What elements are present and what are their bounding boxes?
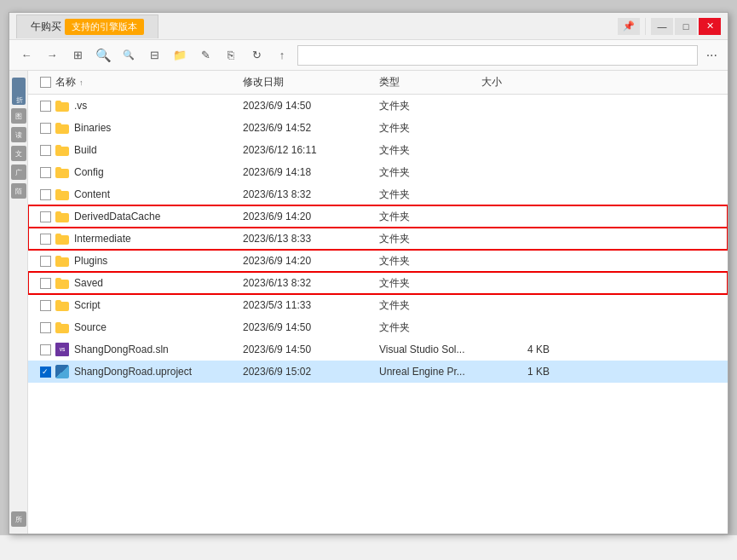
row-checkbox[interactable]	[40, 300, 51, 311]
row-checkbox[interactable]	[40, 278, 51, 289]
row-name-cell: ShangDongRoad.sln	[55, 343, 243, 356]
forward-button[interactable]: →	[42, 45, 62, 66]
row-name-cell: Script	[55, 299, 243, 311]
row-type-cell: 文件夹	[379, 121, 481, 136]
row-checkbox-cell	[35, 256, 55, 267]
sidebar-icon-g[interactable]: 图	[11, 108, 26, 124]
row-checkbox[interactable]	[40, 344, 51, 355]
sidebar-icon-mo[interactable]: 陌	[11, 183, 26, 199]
sidebar-icon-guang[interactable]: 广	[11, 165, 26, 180]
folder-icon	[55, 167, 69, 178]
close-button[interactable]: ✕	[699, 18, 721, 35]
row-date-cell: 2023/6/9 14:50	[243, 344, 379, 355]
row-checkbox[interactable]	[40, 256, 51, 267]
header-checkbox[interactable]	[40, 77, 51, 88]
row-type-cell: 文件夹	[379, 165, 481, 180]
header-name[interactable]: 名称 ↑	[55, 75, 243, 89]
table-row[interactable]: .vs2023/6/9 14:50文件夹	[28, 95, 728, 117]
minimize-button[interactable]: —	[651, 18, 673, 35]
table-row[interactable]: ✓ShangDongRoad.uproject2023/6/9 15:02Unr…	[28, 361, 728, 383]
tab-active[interactable]: 午购买 支持的引擎版本	[16, 14, 158, 38]
row-type-cell: 文件夹	[379, 276, 481, 291]
row-checkbox[interactable]: ✓	[40, 367, 51, 378]
table-row[interactable]: Script2023/5/3 11:33文件夹	[28, 294, 728, 316]
sidebar-icon-read[interactable]: 读	[11, 127, 26, 142]
grid-button[interactable]: ⊞	[67, 45, 88, 66]
row-checkbox[interactable]	[40, 101, 51, 112]
table-row[interactable]: Build2023/6/12 16:11文件夹	[28, 139, 728, 161]
row-checkbox-cell	[35, 101, 55, 112]
table-row[interactable]: Intermediate2023/6/13 8:33文件夹	[28, 228, 728, 250]
row-type-cell: 文件夹	[379, 210, 481, 224]
row-name-cell: Intermediate	[55, 233, 243, 245]
row-checkbox[interactable]	[40, 167, 51, 178]
sidebar-icon-fold[interactable]: 折	[12, 78, 26, 105]
row-name-cell: Plugins	[55, 255, 243, 267]
folder-icon	[55, 123, 69, 134]
folder-icon	[55, 189, 69, 200]
row-checkbox[interactable]	[40, 211, 51, 222]
row-checkbox-cell	[35, 234, 55, 245]
address-bar: ← → ⊞ 🔍 🔍 ⊟ 📁 ✎ ⎘ ↻ ↑ ···	[9, 40, 728, 71]
table-row[interactable]: Config2023/6/9 14:18文件夹	[28, 161, 728, 183]
table-row[interactable]: Content2023/6/13 8:32文件夹	[28, 183, 728, 205]
row-name-label: DerivedDataCache	[74, 211, 160, 222]
file-explorer: 名称 ↑ 修改日期 类型 大小 .vs2023/6/9 14:50文件夹Bina…	[28, 71, 728, 534]
row-name-cell: .vs	[55, 100, 243, 112]
ellipsis-button[interactable]: ···	[703, 48, 721, 63]
folder-icon	[55, 234, 69, 245]
table-row[interactable]: Plugins2023/6/9 14:20文件夹	[28, 250, 728, 272]
row-name-cell: ShangDongRoad.uproject	[55, 365, 243, 378]
sidebar-icon-wen[interactable]: 文	[11, 146, 26, 161]
sort-arrow: ↑	[79, 78, 83, 87]
rotate-button[interactable]: ↻	[246, 45, 267, 66]
row-name-cell: Config	[55, 166, 243, 178]
row-size-cell: 4 KB	[481, 344, 550, 355]
copy-button[interactable]: ⎘	[221, 45, 241, 66]
row-checkbox[interactable]	[40, 189, 51, 200]
row-checkbox[interactable]	[40, 234, 51, 245]
address-input[interactable]	[297, 45, 698, 66]
header-checkbox-cell	[35, 77, 55, 88]
row-type-cell: 文件夹	[379, 143, 481, 158]
table-row[interactable]: Source2023/6/9 14:50文件夹	[28, 316, 728, 338]
table-row[interactable]: Binaries2023/6/9 14:52文件夹	[28, 117, 728, 139]
split-button[interactable]: ⊟	[144, 45, 164, 66]
row-date-cell: 2023/6/13 8:33	[243, 233, 379, 245]
row-name-cell: Saved	[55, 277, 243, 289]
edit-button[interactable]: ✎	[195, 45, 216, 66]
row-type-cell: 文件夹	[379, 254, 481, 268]
row-date-cell: 2023/6/9 14:50	[243, 100, 379, 112]
row-checkbox[interactable]	[40, 123, 51, 134]
sidebar-icon-suo[interactable]: 所	[11, 511, 26, 527]
zoom-in-button[interactable]: 🔍	[93, 45, 113, 66]
header-size: 大小	[481, 75, 550, 89]
row-type-cell: 文件夹	[379, 298, 481, 313]
pin-button[interactable]: 📌	[618, 18, 640, 35]
zoom-out-button[interactable]: 🔍	[118, 45, 139, 66]
row-checkbox-cell	[35, 322, 55, 333]
folder-icon	[55, 101, 69, 112]
row-checkbox-cell	[35, 278, 55, 289]
table-row[interactable]: ShangDongRoad.sln2023/6/9 14:50Visual St…	[28, 338, 728, 361]
row-date-cell: 2023/6/9 14:50	[243, 321, 379, 333]
row-name-cell: Binaries	[55, 122, 243, 134]
tab-container: 午购买 支持的引擎版本	[16, 13, 618, 39]
table-row[interactable]: Saved2023/6/13 8:32文件夹	[28, 272, 728, 294]
folder-icon	[55, 322, 69, 333]
header-date: 修改日期	[243, 75, 379, 89]
bottom-taskbar	[0, 534, 737, 560]
row-name-label: Content	[74, 188, 110, 200]
restore-button[interactable]: □	[675, 18, 697, 35]
row-date-cell: 2023/6/9 14:52	[243, 122, 379, 134]
back-button[interactable]: ←	[16, 45, 37, 66]
separator	[645, 18, 646, 35]
folder-icon	[55, 145, 69, 156]
share-button[interactable]: ↑	[272, 45, 292, 66]
table-row[interactable]: DerivedDataCache2023/6/9 14:20文件夹	[28, 205, 728, 228]
row-checkbox[interactable]	[40, 145, 51, 156]
row-type-cell: 文件夹	[379, 99, 481, 113]
row-name-label: .vs	[74, 100, 87, 112]
row-checkbox[interactable]	[40, 322, 51, 333]
new-folder-button[interactable]: 📁	[170, 45, 190, 66]
